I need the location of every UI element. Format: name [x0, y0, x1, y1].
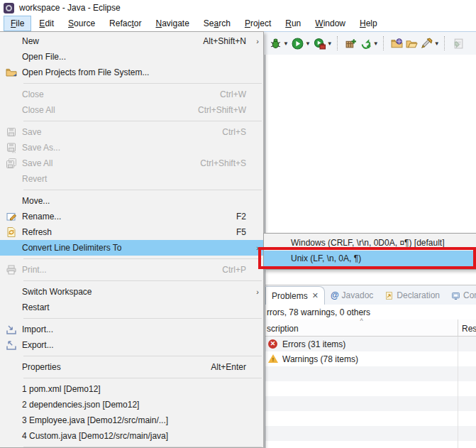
disabled-action-icon — [452, 38, 464, 50]
run-external-icon[interactable]: ▼ — [314, 38, 333, 50]
window-title: workspace - Java - Eclipse — [19, 3, 121, 13]
export-icon — [0, 339, 22, 351]
menu-navigate[interactable]: Navigate — [149, 16, 195, 31]
tab-console[interactable]: Console — [445, 286, 476, 305]
menu-separator — [23, 318, 262, 319]
dropdown-arrow-icon[interactable]: ▼ — [327, 40, 333, 47]
eclipse-logo-icon — [4, 3, 14, 13]
table-row — [265, 381, 476, 396]
menu-separator — [23, 258, 262, 259]
toolbar-separator — [383, 36, 387, 50]
toolbar-separator — [444, 36, 448, 50]
debug-icon[interactable]: ▼ — [270, 38, 289, 50]
menu-item-close-all: Close All Ctrl+Shift+W — [0, 102, 263, 118]
menu-run[interactable]: Run — [279, 16, 307, 31]
menu-item-switch-workspace[interactable]: Switch Workspace › — [0, 284, 263, 300]
menu-separator — [23, 378, 262, 378]
menu-item-restart[interactable]: Restart — [0, 300, 263, 315]
folder-icon — [0, 67, 22, 78]
menu-item-import[interactable]: Import... — [0, 322, 263, 337]
title-bar: workspace - Java - Eclipse — [0, 0, 476, 16]
menu-item-save-as: Save As... — [0, 140, 263, 155]
table-row — [265, 396, 476, 411]
menu-separator — [23, 280, 262, 281]
open-folder-icon[interactable] — [406, 38, 418, 50]
import-icon — [0, 324, 22, 335]
menu-help[interactable]: Help — [353, 16, 384, 31]
menu-separator — [23, 356, 262, 356]
table-row — [265, 426, 476, 441]
problems-table: ✕ Errors (31 items) ! Warnings (78 items… — [265, 337, 476, 448]
table-row — [265, 441, 476, 448]
menu-item-close: Close Ctrl+W — [0, 87, 263, 102]
import-folder-icon[interactable] — [391, 38, 403, 50]
dropdown-arrow-icon[interactable]: ▼ — [373, 40, 379, 47]
submenu-arrow-icon: › — [250, 288, 259, 296]
dropdown-arrow-icon[interactable]: ▼ — [283, 40, 289, 47]
menu-item-recent-3[interactable]: 3 Employee.java [Demo12/src/main/...] — [0, 413, 263, 428]
save-all-icon — [0, 158, 22, 169]
menu-file[interactable]: File — [4, 16, 31, 31]
close-icon[interactable]: ✕ — [312, 291, 319, 300]
tab-declaration[interactable]: Declaration — [379, 286, 445, 305]
menu-item-revert: Revert — [0, 171, 263, 187]
print-icon — [0, 264, 22, 275]
marker-pen-icon[interactable]: ▼ — [421, 38, 440, 50]
menu-separator — [23, 83, 262, 84]
submenu-arrow-icon: › — [250, 37, 259, 45]
menu-item-recent-2[interactable]: 2 dependencies.json [Demo12] — [0, 397, 263, 413]
submenu-item-windows[interactable]: Windows (CRLF, \r\n, 0D0A, ¤¶) [default] — [264, 235, 476, 251]
menu-source[interactable]: Source — [62, 16, 101, 31]
table-row-errors[interactable]: ✕ Errors (31 items) — [265, 337, 476, 351]
menu-item-print: Print... Ctrl+P — [0, 262, 263, 278]
menu-search[interactable]: Search — [197, 16, 237, 31]
convert-delimiters-submenu: Windows (CRLF, \r\n, 0D0A, ¤¶) [default]… — [263, 233, 476, 270]
menu-window[interactable]: Window — [309, 16, 352, 31]
menu-item-recent-1[interactable]: 1 pom.xml [Demo12] — [0, 381, 263, 397]
submenu-item-unix[interactable]: Unix (LF, \n, 0A, ¶) — [264, 251, 476, 266]
toolbar-separator — [337, 36, 341, 50]
table-row — [265, 366, 476, 381]
save-as-icon — [0, 142, 22, 153]
menu-separator — [23, 190, 262, 190]
menu-edit[interactable]: Edit — [33, 16, 60, 31]
menu-project[interactable]: Project — [238, 16, 277, 31]
table-row — [265, 411, 476, 426]
menu-bar: File Edit Source Refactor Navigate Searc… — [0, 16, 476, 31]
submenu-arrow-icon: › — [250, 244, 259, 252]
view-tab-bar: Problems ✕ @ Javadoc Declaration Console — [265, 285, 476, 305]
menu-item-open-projects[interactable]: Open Projects from File System... — [0, 65, 263, 80]
table-row-warnings[interactable]: ! Warnings (78 items) — [265, 351, 476, 366]
dropdown-arrow-icon[interactable]: ▼ — [305, 40, 311, 47]
console-icon — [451, 291, 460, 300]
rename-icon — [0, 211, 22, 222]
new-java-project-icon[interactable] — [345, 38, 357, 50]
update-plus-icon[interactable]: ▼ — [360, 38, 379, 50]
menu-item-export[interactable]: Export... — [0, 337, 263, 353]
error-icon: ✕ — [268, 339, 278, 349]
menu-item-move[interactable]: Move... — [0, 193, 263, 209]
menu-item-properties[interactable]: Properties Alt+Enter — [0, 359, 263, 375]
menu-item-rename[interactable]: Rename... F2 — [0, 209, 263, 224]
menu-item-save-all: Save All Ctrl+Shift+S — [0, 155, 263, 171]
menu-item-refresh[interactable]: Refresh F5 — [0, 224, 263, 240]
menu-item-new[interactable]: New Alt+Shift+N › — [0, 33, 263, 49]
menu-refactor[interactable]: Refactor — [103, 16, 148, 31]
refresh-icon — [0, 226, 22, 238]
menu-separator — [23, 447, 262, 447]
column-description[interactable]: ^ scription — [265, 319, 458, 336]
menu-separator — [23, 121, 262, 121]
tab-problems[interactable]: Problems ✕ — [265, 286, 325, 305]
menu-item-recent-4[interactable]: 4 Custom.java [Demo12/src/main/java] — [0, 428, 263, 444]
file-menu-dropdown: New Alt+Shift+N › Open File... Open Proj… — [0, 31, 264, 448]
sort-indicator-icon: ^ — [360, 318, 362, 324]
menu-item-convert-line-delimiters[interactable]: Convert Line Delimiters To › — [0, 240, 263, 256]
dropdown-arrow-icon[interactable]: ▼ — [434, 40, 440, 47]
warning-icon: ! — [268, 354, 278, 364]
run-icon[interactable]: ▼ — [292, 38, 311, 50]
declaration-icon — [384, 291, 394, 300]
column-resource[interactable]: Res — [458, 319, 476, 336]
tab-javadoc[interactable]: @ Javadoc — [325, 286, 379, 305]
menu-item-open-file[interactable]: Open File... — [0, 49, 263, 65]
at-icon: @ — [331, 290, 339, 300]
